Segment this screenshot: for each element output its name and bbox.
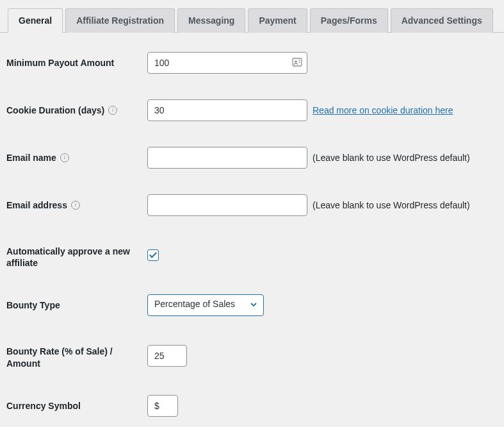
info-icon[interactable]: i: [108, 106, 117, 115]
label-min-payout: Minimum Payout Amount: [6, 57, 147, 69]
checkbox-auto-approve[interactable]: [147, 249, 159, 261]
input-email-address[interactable]: [147, 194, 307, 216]
select-bounty-type[interactable]: Percentage of Sales: [147, 294, 264, 316]
form-area: Minimum Payout Amount Cookie Duration (d…: [0, 33, 504, 427]
input-currency-symbol[interactable]: [147, 395, 178, 417]
cookie-duration-link[interactable]: Read more on cookie duration here: [313, 105, 453, 115]
label-email-name-text: Email name: [6, 152, 56, 163]
label-bounty-type: Bounty Type: [6, 299, 147, 311]
tab-payment[interactable]: Payment: [248, 8, 307, 33]
hint-email-address: (Leave blank to use WordPress default): [313, 200, 470, 210]
row-bounty-type: Bounty Type Percentage of Sales: [6, 281, 498, 329]
label-cookie-duration: Cookie Duration (days) i: [6, 105, 147, 116]
tabs: General Affiliate Registration Messaging…: [0, 0, 504, 33]
label-email-address: Email address i: [6, 199, 147, 211]
tab-advanced-settings[interactable]: Advanced Settings: [391, 8, 493, 33]
hint-email-name: (Leave blank to use WordPress default): [313, 153, 470, 163]
tab-general[interactable]: General: [8, 8, 63, 33]
label-currency-symbol: Currency Symbol: [6, 400, 147, 412]
input-min-payout[interactable]: [147, 52, 307, 74]
row-auto-approve: Automatically approve a new affiliate: [6, 229, 498, 281]
label-email-address-text: Email address: [6, 199, 67, 211]
input-email-name[interactable]: [147, 147, 307, 169]
row-email-name: Email name i (Leave blank to use WordPre…: [6, 134, 498, 181]
label-auto-approve: Automatically approve a new affiliate: [6, 242, 147, 269]
info-icon[interactable]: i: [71, 201, 80, 210]
row-email-address: Email address i (Leave blank to use Word…: [6, 181, 498, 229]
tab-pages-forms[interactable]: Pages/Forms: [310, 8, 388, 33]
input-bounty-rate[interactable]: [147, 345, 187, 367]
row-currency-symbol: Currency Symbol: [6, 382, 498, 427]
row-cookie-duration: Cookie Duration (days) i Read more on co…: [6, 87, 498, 134]
label-cookie-duration-text: Cookie Duration (days): [6, 105, 104, 116]
input-cookie-duration[interactable]: [147, 99, 307, 121]
tab-affiliate-registration[interactable]: Affiliate Registration: [65, 8, 175, 33]
tab-messaging[interactable]: Messaging: [177, 8, 245, 33]
row-min-payout: Minimum Payout Amount: [6, 39, 498, 87]
label-email-name: Email name i: [6, 152, 147, 163]
label-bounty-rate: Bounty Rate (% of Sale) / Amount: [6, 342, 147, 369]
row-bounty-rate: Bounty Rate (% of Sale) / Amount: [6, 329, 498, 381]
info-icon[interactable]: i: [60, 153, 69, 162]
